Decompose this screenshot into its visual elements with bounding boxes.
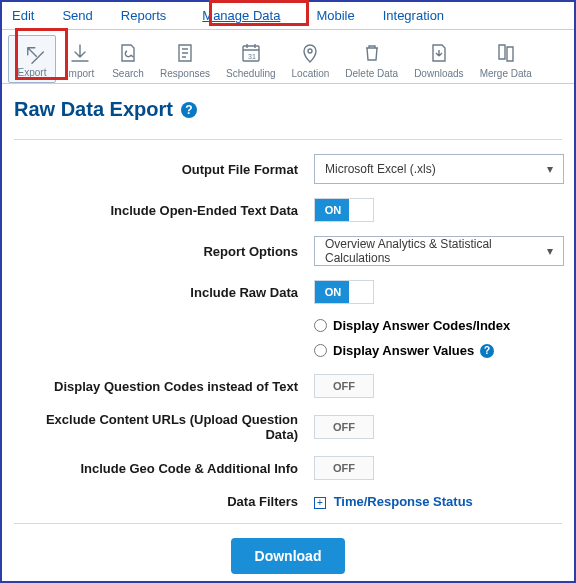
location-icon xyxy=(298,41,322,65)
toolbar: Export Import Search Responses 31 Schedu… xyxy=(2,30,574,84)
label-exclude-urls: Exclude Content URLs (Upload Question Da… xyxy=(14,412,302,442)
output-format-select[interactable]: Microsoft Excel (.xls) xyxy=(314,154,564,184)
help-icon[interactable]: ? xyxy=(480,344,494,358)
search-icon xyxy=(116,41,140,65)
page-title: Raw Data Export ? xyxy=(14,98,562,121)
label-output-format: Output File Format xyxy=(14,162,302,177)
trash-icon xyxy=(360,41,384,65)
download-icon xyxy=(427,41,451,65)
tab-integration[interactable]: Integration xyxy=(383,8,444,23)
tab-edit[interactable]: Edit xyxy=(12,8,34,23)
tab-send[interactable]: Send xyxy=(62,8,92,23)
toggle-include-raw[interactable]: ON xyxy=(314,280,374,304)
toolbar-merge-data[interactable]: Merge Data xyxy=(472,37,540,83)
toggle-open-ended[interactable]: ON xyxy=(314,198,374,222)
expand-icon[interactable]: + xyxy=(314,497,326,509)
toolbar-downloads[interactable]: Downloads xyxy=(406,37,471,83)
download-button[interactable]: Download xyxy=(231,538,346,574)
tab-manage-data[interactable]: Manage Data xyxy=(194,6,288,25)
toggle-q-codes[interactable]: OFF xyxy=(314,374,374,398)
radio-answer-codes[interactable] xyxy=(314,319,327,332)
merge-icon xyxy=(494,41,518,65)
label-q-codes: Display Question Codes instead of Text xyxy=(14,379,302,394)
tab-mobile[interactable]: Mobile xyxy=(316,8,354,23)
calendar-icon: 31 xyxy=(239,41,263,65)
label-data-filters: Data Filters xyxy=(14,494,302,509)
top-nav: Edit Send Reports Manage Data Mobile Int… xyxy=(2,2,574,30)
toolbar-import[interactable]: Import xyxy=(56,37,104,83)
label-answer-codes: Display Answer Codes/Index xyxy=(333,318,510,333)
import-icon xyxy=(68,41,92,65)
export-icon xyxy=(20,40,44,64)
toggle-exclude-urls[interactable]: OFF xyxy=(314,415,374,439)
label-include-raw: Include Raw Data xyxy=(14,285,302,300)
label-report-options: Report Options xyxy=(14,244,302,259)
toolbar-export[interactable]: Export xyxy=(8,35,56,83)
filters-link[interactable]: Time/Response Status xyxy=(334,494,473,509)
toolbar-search[interactable]: Search xyxy=(104,37,152,83)
report-options-select[interactable]: Overview Analytics & Statistical Calcula… xyxy=(314,236,564,266)
toolbar-delete-data[interactable]: Delete Data xyxy=(337,37,406,83)
svg-point-2 xyxy=(308,49,312,53)
label-include-geo: Include Geo Code & Additional Info xyxy=(14,461,302,476)
tab-reports[interactable]: Reports xyxy=(121,8,167,23)
toggle-include-geo[interactable]: OFF xyxy=(314,456,374,480)
toolbar-responses[interactable]: Responses xyxy=(152,37,218,83)
label-open-ended: Include Open-Ended Text Data xyxy=(14,203,302,218)
toolbar-scheduling[interactable]: 31 Scheduling xyxy=(218,37,283,83)
toolbar-location[interactable]: Location xyxy=(284,37,338,83)
svg-text:31: 31 xyxy=(248,53,256,60)
help-icon[interactable]: ? xyxy=(181,102,197,118)
radio-answer-values[interactable] xyxy=(314,344,327,357)
responses-icon xyxy=(173,41,197,65)
label-answer-values: Display Answer Values xyxy=(333,343,474,358)
